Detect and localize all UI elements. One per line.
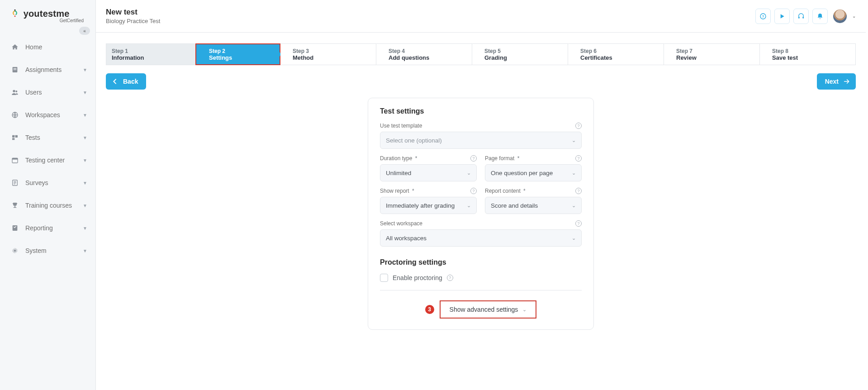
step-1-information[interactable]: Step 1 Information <box>106 43 195 65</box>
users-icon <box>11 88 19 96</box>
reporting-icon <box>11 224 19 232</box>
workspace-select[interactable]: All workspaces ⌄ <box>380 229 582 247</box>
svg-point-5 <box>13 90 15 92</box>
chevron-down-icon: ▼ <box>83 203 87 208</box>
help-icon[interactable]: ? <box>470 155 477 162</box>
step-8-save-test[interactable]: Step 8 Save test <box>760 43 856 65</box>
nav-training-courses[interactable]: Training courses ▼ <box>0 194 95 217</box>
main: Step 1 Information Step 2 Settings Step … <box>96 33 866 390</box>
nav-users[interactable]: Users ▼ <box>0 81 95 104</box>
enable-proctoring-row: Enable proctoring ? <box>380 274 582 282</box>
sidebar-collapse-button[interactable]: « <box>79 27 90 35</box>
help-circle-icon: ? <box>759 13 767 20</box>
help-icon[interactable]: ? <box>575 155 582 162</box>
help-icon[interactable]: ? <box>575 188 582 194</box>
nav-label: Reporting <box>25 224 83 232</box>
support-button[interactable] <box>793 9 809 24</box>
logo-text: youtestme <box>24 9 70 19</box>
chevron-down-icon: ▼ <box>83 226 87 231</box>
help-button[interactable]: ? <box>755 9 771 24</box>
header: New test Biology Practice Test ? ⌄ <box>96 0 866 33</box>
play-button[interactable] <box>774 9 790 24</box>
svg-rect-8 <box>12 135 14 138</box>
home-icon <box>11 43 19 51</box>
select-value: Unlimited <box>386 170 411 176</box>
step-5-grading[interactable]: Step 5 Grading <box>472 43 568 65</box>
next-button[interactable]: Next <box>817 73 856 90</box>
select-value: One question per page <box>491 170 553 176</box>
svg-rect-10 <box>12 138 14 140</box>
globe-icon <box>11 111 19 119</box>
nav-surveys[interactable]: Surveys ▼ <box>0 171 95 194</box>
sidebar: youtestme GetCertified « Home Assignment… <box>0 0 96 390</box>
step-num: Step 6 <box>580 48 664 54</box>
chevron-down-icon: ⌄ <box>467 203 471 209</box>
chevron-down-icon: ▼ <box>83 90 87 95</box>
enable-proctoring-checkbox[interactable] <box>380 274 388 282</box>
report-content-select[interactable]: Score and details ⌄ <box>485 197 582 214</box>
nav-home[interactable]: Home <box>0 36 95 58</box>
field-label-show-report: Show report * ? <box>380 188 477 194</box>
step-4-add-questions[interactable]: Step 4 Add questions <box>376 43 472 65</box>
tests-icon <box>11 133 19 142</box>
chevron-left-double-icon: « <box>83 29 86 33</box>
avatar[interactable] <box>833 10 847 23</box>
back-button[interactable]: Back <box>106 73 146 90</box>
notifications-button[interactable] <box>812 9 828 24</box>
select-value: All workspaces <box>386 235 427 242</box>
nav-workspaces[interactable]: Workspaces ▼ <box>0 104 95 126</box>
callout-badge: 3 <box>425 305 434 314</box>
page-format-select[interactable]: One question per page ⌄ <box>485 164 582 181</box>
step-num: Step 7 <box>676 48 759 54</box>
nav-label: Workspaces <box>25 111 83 119</box>
svg-marker-18 <box>781 14 784 18</box>
chevron-down-icon: ⌄ <box>572 203 576 209</box>
field-label-duration: Duration type * ? <box>380 155 477 162</box>
play-icon <box>778 13 786 20</box>
svg-rect-12 <box>12 158 18 159</box>
select-value: Select one (optional) <box>386 137 442 144</box>
label-text: Use test template <box>380 123 422 129</box>
help-icon[interactable]: ? <box>575 220 582 227</box>
help-icon[interactable]: ? <box>575 123 582 129</box>
enable-proctoring-label: Enable proctoring <box>393 274 442 281</box>
svg-point-0 <box>14 10 16 11</box>
nav-testing-center[interactable]: Testing center ▼ <box>0 149 95 171</box>
template-select[interactable]: Select one (optional) ⌄ <box>380 132 582 149</box>
label-text: Select workspace <box>380 220 422 227</box>
nav-label: Testing center <box>25 157 83 164</box>
show-advanced-settings-button[interactable]: Show advanced settings ⌄ <box>440 300 537 319</box>
show-report-select[interactable]: Immediately after grading ⌄ <box>380 197 477 214</box>
nav-assignments[interactable]: Assignments ▼ <box>0 58 95 81</box>
nav-reporting[interactable]: Reporting ▼ <box>0 217 95 239</box>
step-3-method[interactable]: Step 3 Method <box>280 43 376 65</box>
next-label: Next <box>825 78 839 85</box>
proctoring-heading: Proctoring settings <box>380 258 582 266</box>
nav-system[interactable]: System ▼ <box>0 239 95 262</box>
step-2-settings[interactable]: Step 2 Settings <box>195 43 280 65</box>
chevron-down-icon: ▼ <box>83 181 87 185</box>
avatar-menu-caret[interactable]: ⌄ <box>852 14 856 19</box>
test-settings-heading: Test settings <box>380 107 582 115</box>
help-icon[interactable]: ? <box>447 275 453 281</box>
logo-subtext: GetCertified <box>11 18 85 23</box>
page-subtitle: Biology Practice Test <box>106 18 160 24</box>
step-num: Step 5 <box>484 48 568 54</box>
svg-point-6 <box>15 90 17 92</box>
chevron-down-icon: ▼ <box>83 135 87 140</box>
step-7-review[interactable]: Step 7 Review <box>664 43 760 65</box>
step-label: Save test <box>772 54 855 61</box>
step-label: Information <box>112 54 195 61</box>
step-6-certificates[interactable]: Step 6 Certificates <box>568 43 664 65</box>
chevron-down-icon: ⌄ <box>467 170 471 176</box>
step-label: Add questions <box>389 54 472 61</box>
required-mark: * <box>517 155 520 162</box>
nav-tests[interactable]: Tests ▼ <box>0 126 95 149</box>
label-text: Show report <box>380 188 409 194</box>
required-mark: * <box>523 188 526 194</box>
chevron-down-icon: ⌄ <box>572 235 576 241</box>
svg-rect-19 <box>798 16 800 18</box>
help-icon[interactable]: ? <box>470 188 477 194</box>
step-num: Step 8 <box>772 48 855 54</box>
duration-select[interactable]: Unlimited ⌄ <box>380 164 477 181</box>
